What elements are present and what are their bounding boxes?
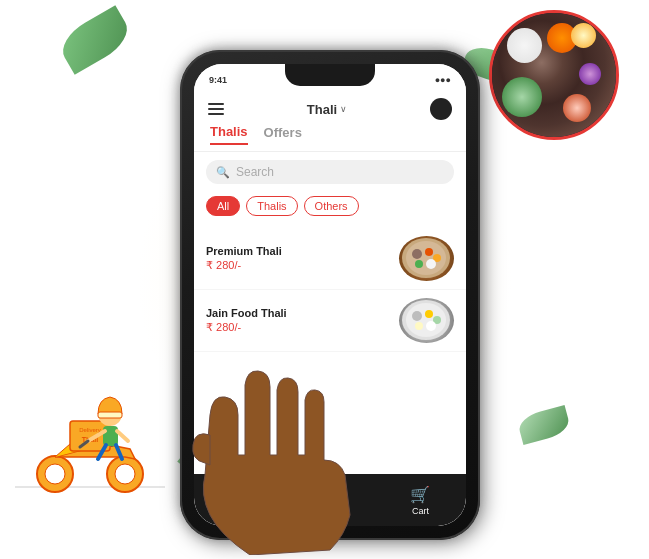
food-item-rice [507, 28, 542, 63]
svg-point-26 [412, 311, 422, 321]
phone-notch [285, 64, 375, 86]
food-thali-image [492, 13, 616, 137]
user-avatar[interactable] [430, 98, 452, 120]
food-item-jain-thali[interactable]: Jain Food Thali ₹ 280/- [194, 290, 466, 352]
hamburger-menu-icon[interactable] [208, 103, 224, 115]
svg-point-20 [425, 248, 433, 256]
app-screen: 9:41 ●●● Thali ∨ [194, 64, 466, 474]
svg-line-13 [117, 431, 128, 441]
food-item-price-1: ₹ 280/- [206, 259, 399, 272]
svg-point-30 [426, 321, 436, 331]
search-bar[interactable]: 🔍 Search [206, 160, 454, 184]
chip-others[interactable]: Others [304, 196, 359, 216]
food-item-roti [563, 94, 591, 122]
delivery-scooter-illustration: Thali Delivery [10, 369, 170, 499]
svg-point-27 [425, 310, 433, 318]
food-item-premium-thali[interactable]: Premium Thali ₹ 280/- [194, 228, 466, 290]
food-item-info-1: Premium Thali ₹ 280/- [206, 245, 399, 272]
food-item-name-2: Jain Food Thali [206, 307, 399, 319]
search-icon: 🔍 [216, 166, 230, 179]
food-item-sweet [579, 63, 601, 85]
svg-point-4 [45, 464, 65, 484]
dropdown-arrow-icon[interactable]: ∨ [340, 104, 347, 114]
nav-home[interactable]: 🏠 Home [229, 485, 253, 516]
grid-icon: ⠿ [324, 487, 339, 511]
food-item-dal [571, 23, 596, 48]
tab-bar: Thalis Offers [194, 124, 466, 152]
nav-grid[interactable]: ⠿ [324, 487, 339, 513]
phone-shell: 9:41 ●●● Thali ∨ [180, 50, 480, 540]
search-placeholder: Search [236, 165, 274, 179]
nav-home-label: Home [229, 506, 253, 516]
home-icon: 🏠 [231, 485, 251, 504]
tab-offers[interactable]: Offers [264, 125, 302, 144]
svg-point-29 [415, 322, 423, 330]
food-item-image-2 [399, 298, 454, 343]
tab-thalis[interactable]: Thalis [210, 124, 248, 145]
app-header: Thali ∨ [194, 92, 466, 124]
food-item-price-2: ₹ 280/- [206, 321, 399, 334]
food-item-name-1: Premium Thali [206, 245, 399, 257]
cart-icon: 🛒 [410, 485, 430, 504]
svg-text:Delivery: Delivery [79, 427, 101, 433]
leaf-top-left [55, 5, 136, 75]
food-item-info-2: Jain Food Thali ₹ 280/- [206, 307, 399, 334]
food-item-sabzi [502, 77, 542, 117]
header-title-area: Thali ∨ [307, 102, 347, 117]
app-title: Thali [307, 102, 337, 117]
svg-point-2 [115, 464, 135, 484]
svg-point-22 [415, 260, 423, 268]
nav-cart[interactable]: 🛒 Cart [410, 485, 430, 516]
chip-thalis[interactable]: Thalis [246, 196, 297, 216]
leaf-bottom-right [516, 405, 572, 445]
chip-all[interactable]: All [206, 196, 240, 216]
svg-rect-10 [98, 412, 122, 418]
bottom-navigation: 🏠 Home ⠿ 🛒 Cart [194, 474, 466, 526]
svg-point-19 [412, 249, 422, 259]
svg-rect-11 [103, 426, 118, 446]
svg-point-23 [426, 259, 436, 269]
food-display-image [489, 10, 619, 140]
filter-chips: All Thalis Others [194, 192, 466, 224]
food-item-list: Premium Thali ₹ 280/- [194, 224, 466, 474]
status-icons: ●●● [435, 75, 451, 85]
status-time: 9:41 [209, 75, 227, 85]
phone-mockup: 9:41 ●●● Thali ∨ [180, 50, 480, 540]
phone-screen: 9:41 ●●● Thali ∨ [194, 64, 466, 526]
nav-cart-label: Cart [412, 506, 429, 516]
food-item-image-1 [399, 236, 454, 281]
